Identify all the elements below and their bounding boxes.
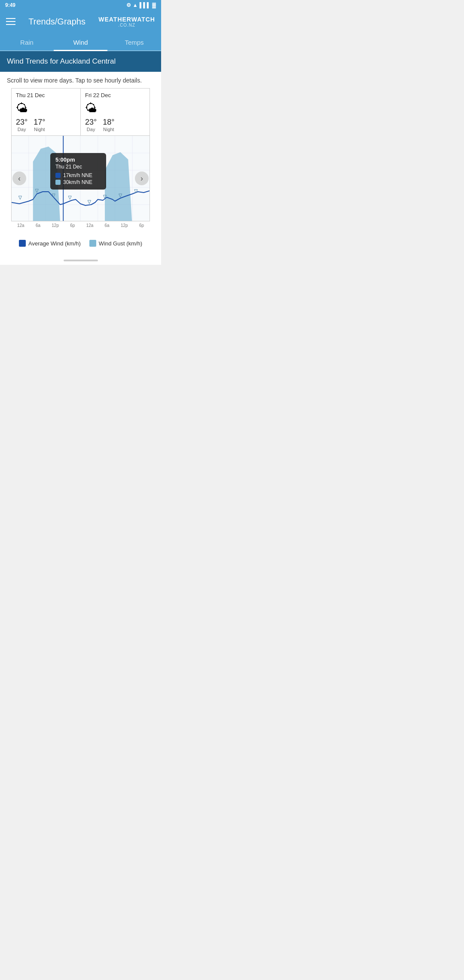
main-content: Scroll to view more days. Tap to see hou… <box>0 72 161 232</box>
tab-bar: Rain Wind Temps <box>0 33 161 51</box>
logo-text: WEATHERWATCH <box>98 16 155 23</box>
svg-marker-17 <box>88 200 91 204</box>
legend-label-gust: Wind Gust (km/h) <box>99 240 142 247</box>
day-name-thu: Thu 21 Dec <box>16 92 76 98</box>
day-header-row: Thu 21 Dec 🌤 23° Day 17° Night Fri 22 De… <box>11 88 150 135</box>
legend-label-avg: Average Wind (km/h) <box>28 240 81 247</box>
status-bar: 9:49 ⚙ ▲ ▌▌▌ ▓ <box>0 0 161 10</box>
app-logo: WEATHERWATCH .CO.NZ <box>98 16 155 28</box>
night-temp-thu: 17° <box>34 118 45 127</box>
time-label-3: 6p <box>70 223 75 228</box>
weather-icon-fri: 🌤 <box>85 101 145 115</box>
day-name-fri: Fri 22 Dec <box>85 92 145 98</box>
battery-icon: ▓ <box>152 2 156 8</box>
day-temp-group-fri: 23° Day <box>85 118 97 132</box>
chart-legend: Average Wind (km/h) Wind Gust (km/h) <box>0 232 161 252</box>
tooltip-time: 5:00pm <box>55 156 101 163</box>
svg-marker-16 <box>68 196 71 199</box>
svg-marker-13 <box>18 196 21 199</box>
logo-sub: .CO.NZ <box>118 23 135 28</box>
legend-swatch-gust <box>89 240 96 247</box>
svg-marker-12 <box>105 152 132 221</box>
weather-icon-thu: 🌤 <box>16 101 76 115</box>
wind-graph[interactable]: 5:00pm Thu 21 Dec 17km/h NNE 30km/h NNE … <box>11 135 150 221</box>
chart-tooltip: 5:00pm Thu 21 Dec 17km/h NNE 30km/h NNE <box>50 153 106 190</box>
tooltip-swatch-1 <box>55 180 61 185</box>
tooltip-swatch-0 <box>55 173 61 178</box>
time-label-4: 12a <box>86 223 94 228</box>
time-label-7: 6p <box>139 223 144 228</box>
tooltip-row-1: 30km/h NNE <box>55 179 101 185</box>
signal-icon: ▌▌▌ <box>140 2 151 8</box>
settings-icon: ⚙ <box>126 2 131 8</box>
status-icons: ⚙ ▲ ▌▌▌ ▓ <box>126 2 156 8</box>
bottom-handle <box>0 252 161 265</box>
tooltip-date: Thu 21 Dec <box>55 164 101 170</box>
temps-fri: 23° Day 18° Night <box>85 118 145 132</box>
night-temp-group-fri: 18° Night <box>103 118 114 132</box>
night-temp-group-thu: 17° Night <box>34 118 45 132</box>
time-label-6: 12p <box>121 223 128 228</box>
tooltip-text-0: 17km/h NNE <box>63 172 92 178</box>
tab-wind[interactable]: Wind <box>54 33 107 50</box>
time-axis: 12a 6a 12p 6p 12a 6a 12p 6p <box>11 221 150 229</box>
day-col-thu: Thu 21 Dec 🌤 23° Day 17° Night <box>12 89 81 135</box>
legend-item-gust: Wind Gust (km/h) <box>89 240 142 247</box>
tooltip-text-1: 30km/h NNE <box>63 179 92 185</box>
section-banner: Wind Trends for Auckland Central <box>0 51 161 72</box>
tooltip-row-0: 17km/h NNE <box>55 172 101 178</box>
day-temp-thu: 23° <box>16 118 27 127</box>
tab-temps[interactable]: Temps <box>107 33 161 50</box>
prev-arrow[interactable]: ‹ <box>12 172 26 185</box>
handle-bar <box>64 260 98 261</box>
menu-button[interactable] <box>6 18 15 25</box>
night-temp-fri: 18° <box>103 118 114 127</box>
day-temp-fri: 23° <box>85 118 97 127</box>
legend-item-avg: Average Wind (km/h) <box>19 240 81 247</box>
time-label-1: 6a <box>36 223 40 228</box>
wifi-icon: ▲ <box>133 2 138 8</box>
header-title: Trends/Graphs <box>28 17 85 27</box>
time-label-0: 12a <box>17 223 24 228</box>
next-arrow[interactable]: › <box>135 172 149 185</box>
legend-swatch-avg <box>19 240 26 247</box>
time-label-2: 12p <box>52 223 59 228</box>
status-time: 9:49 <box>5 2 15 8</box>
day-col-fri: Fri 22 Dec 🌤 23° Day 18° Night <box>81 89 150 135</box>
day-temp-group-thu: 23° Day <box>16 118 27 132</box>
temps-thu: 23° Day 17° Night <box>16 118 76 132</box>
time-label-5: 6a <box>105 223 110 228</box>
app-header: Trends/Graphs WEATHERWATCH .CO.NZ <box>0 10 161 33</box>
tab-rain[interactable]: Rain <box>0 33 54 50</box>
scroll-hint: Scroll to view more days. Tap to see hou… <box>7 77 154 84</box>
